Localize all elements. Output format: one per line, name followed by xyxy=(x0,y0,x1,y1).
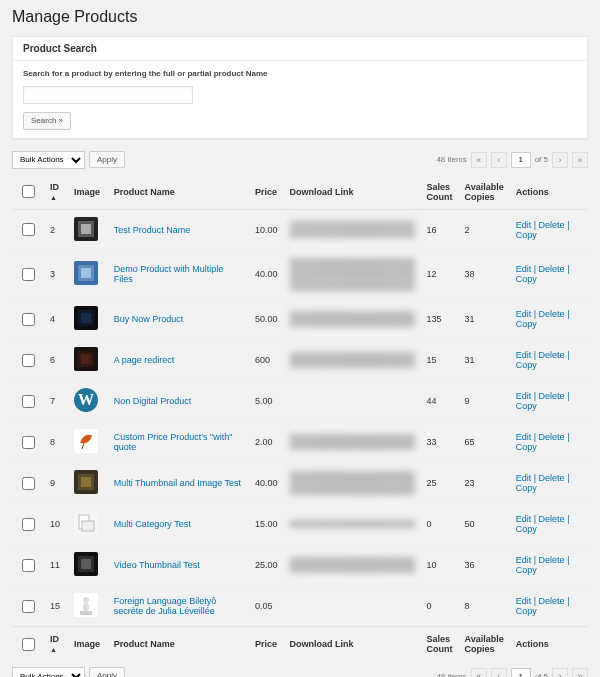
table-row: 6A page redirect600█████████████████████… xyxy=(12,340,588,381)
search-button[interactable]: Search » xyxy=(23,112,71,130)
edit-link[interactable]: Edit xyxy=(516,220,532,230)
page-input-bottom[interactable] xyxy=(511,668,531,677)
row-id: 8 xyxy=(44,422,68,463)
copy-link[interactable]: Copy xyxy=(516,606,537,616)
row-thumb[interactable] xyxy=(68,340,108,381)
delete-link[interactable]: Delete xyxy=(539,473,565,483)
delete-link[interactable]: Delete xyxy=(539,555,565,565)
download-link-cell: ████████████████████████████████████████… xyxy=(290,258,415,292)
edit-link[interactable]: Edit xyxy=(516,432,532,442)
row-checkbox[interactable] xyxy=(22,354,35,367)
edit-link[interactable]: Edit xyxy=(516,309,532,319)
copy-link[interactable]: Copy xyxy=(516,230,537,240)
row-thumb[interactable] xyxy=(68,209,108,250)
edit-link[interactable]: Edit xyxy=(516,555,532,565)
delete-link[interactable]: Delete xyxy=(539,350,565,360)
bulk-actions-select[interactable]: Bulk Actions xyxy=(12,151,85,169)
row-checkbox[interactable] xyxy=(22,223,35,236)
delete-link[interactable]: Delete xyxy=(539,391,565,401)
row-price: 50.00 xyxy=(249,299,284,340)
row-id: 7 xyxy=(44,381,68,422)
row-id: 4 xyxy=(44,299,68,340)
row-checkbox[interactable] xyxy=(22,268,35,281)
edit-link[interactable]: Edit xyxy=(516,350,532,360)
next-page-button[interactable]: › xyxy=(552,152,568,168)
row-sales: 10 xyxy=(421,545,459,586)
col-name-foot[interactable]: Product Name xyxy=(108,627,249,662)
copy-link[interactable]: Copy xyxy=(516,401,537,411)
tablenav-bottom: Bulk Actions Apply 48 items « ‹ of 5 › » xyxy=(12,667,588,677)
copy-link[interactable]: Copy xyxy=(516,565,537,575)
apply-button-bottom[interactable]: Apply xyxy=(89,667,125,677)
row-checkbox[interactable] xyxy=(22,600,35,613)
row-thumb[interactable] xyxy=(68,463,108,504)
row-thumb[interactable] xyxy=(68,299,108,340)
row-thumb[interactable] xyxy=(68,545,108,586)
row-thumb[interactable] xyxy=(68,504,108,545)
row-available: 65 xyxy=(459,422,510,463)
delete-link[interactable]: Delete xyxy=(539,220,565,230)
delete-link[interactable]: Delete xyxy=(539,309,565,319)
tablenav-top: Bulk Actions Apply 48 items « ‹ of 5 › » xyxy=(12,151,588,169)
row-thumb[interactable] xyxy=(68,250,108,299)
product-name-link[interactable]: Buy Now Product xyxy=(114,314,184,324)
select-all-checkbox-foot[interactable] xyxy=(22,638,35,651)
product-name-link[interactable]: Foreign Language Biletyô secrète de Juli… xyxy=(114,596,217,616)
row-thumb[interactable] xyxy=(68,422,108,463)
product-name-link[interactable]: Custom Price Product's "with" quote xyxy=(114,432,233,452)
copy-link[interactable]: Copy xyxy=(516,274,537,284)
apply-button-top[interactable]: Apply xyxy=(89,151,125,169)
copy-link[interactable]: Copy xyxy=(516,442,537,452)
col-sales[interactable]: Sales Count xyxy=(421,175,459,210)
bulk-actions-select-bottom[interactable]: Bulk Actions xyxy=(12,667,85,677)
delete-link[interactable]: Delete xyxy=(539,514,565,524)
edit-link[interactable]: Edit xyxy=(516,264,532,274)
select-all-checkbox[interactable] xyxy=(22,185,35,198)
edit-link[interactable]: Edit xyxy=(516,473,532,483)
search-input[interactable] xyxy=(23,86,193,104)
delete-link[interactable]: Delete xyxy=(539,432,565,442)
copy-link[interactable]: Copy xyxy=(516,483,537,493)
page-input[interactable] xyxy=(511,152,531,168)
delete-link[interactable]: Delete xyxy=(539,596,565,606)
product-name-link[interactable]: Demo Product with Multiple Files xyxy=(114,264,224,284)
col-sales-foot[interactable]: Sales Count xyxy=(421,627,459,662)
product-name-link[interactable]: Test Product Name xyxy=(114,225,191,235)
first-page-button-bottom[interactable]: « xyxy=(471,668,487,677)
row-checkbox[interactable] xyxy=(22,559,35,572)
delete-link[interactable]: Delete xyxy=(539,264,565,274)
col-available-foot[interactable]: Available Copies xyxy=(459,627,510,662)
col-id[interactable]: ID ▲ xyxy=(44,175,68,210)
edit-link[interactable]: Edit xyxy=(516,514,532,524)
prev-page-button[interactable]: ‹ xyxy=(491,152,507,168)
row-thumb[interactable] xyxy=(68,586,108,627)
col-available[interactable]: Available Copies xyxy=(459,175,510,210)
col-name[interactable]: Product Name xyxy=(108,175,249,210)
col-price[interactable]: Price xyxy=(249,175,284,210)
col-price-foot[interactable]: Price xyxy=(249,627,284,662)
last-page-button[interactable]: » xyxy=(572,152,588,168)
last-page-button-bottom[interactable]: » xyxy=(572,668,588,677)
product-name-link[interactable]: Multi Category Test xyxy=(114,519,191,529)
search-panel: Product Search Search for a product by e… xyxy=(12,36,588,139)
col-id-foot[interactable]: ID ▲ xyxy=(44,627,68,662)
edit-link[interactable]: Edit xyxy=(516,391,532,401)
edit-link[interactable]: Edit xyxy=(516,596,532,606)
row-checkbox[interactable] xyxy=(22,518,35,531)
product-name-link[interactable]: Multi Thumbnail and Image Test xyxy=(114,478,241,488)
row-checkbox[interactable] xyxy=(22,436,35,449)
product-name-link[interactable]: Video Thumbnail Test xyxy=(114,560,200,570)
row-checkbox[interactable] xyxy=(22,395,35,408)
copy-link[interactable]: Copy xyxy=(516,319,537,329)
product-name-link[interactable]: Non Digital Product xyxy=(114,396,192,406)
copy-link[interactable]: Copy xyxy=(516,360,537,370)
copy-link[interactable]: Copy xyxy=(516,524,537,534)
row-thumb[interactable]: W xyxy=(68,381,108,422)
prev-page-button-bottom[interactable]: ‹ xyxy=(491,668,507,677)
next-page-button-bottom[interactable]: › xyxy=(552,668,568,677)
product-name-link[interactable]: A page redirect xyxy=(114,355,175,365)
row-checkbox[interactable] xyxy=(22,477,35,490)
first-page-button[interactable]: « xyxy=(471,152,487,168)
row-checkbox[interactable] xyxy=(22,313,35,326)
search-heading: Product Search xyxy=(13,37,587,61)
